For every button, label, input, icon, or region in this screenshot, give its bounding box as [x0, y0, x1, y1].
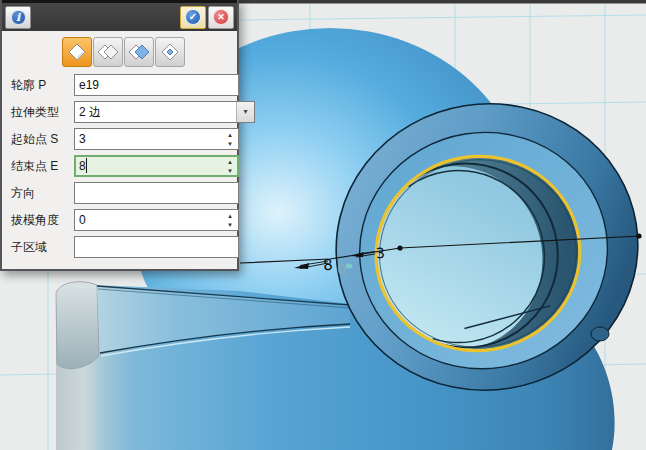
start-point-stepper[interactable]: ▴ ▾ [223, 129, 237, 149]
start-distance-label: 3 [375, 245, 385, 262]
extrude-dialog: i ✓ ✕ [0, 0, 239, 271]
boolean-toggle-row [2, 31, 237, 69]
profile-label: 轮廓 P [11, 77, 74, 94]
field-row-profile: 轮廓 P [2, 74, 237, 96]
diamond-base-icon [65, 40, 89, 64]
app-window: 8 0 3 i ✓ ✕ [0, 0, 646, 450]
end-point-input[interactable] [74, 155, 239, 177]
field-row-extrude-type: 拉伸类型 ▾ [2, 101, 237, 123]
field-row-sub-region: 子区域 [2, 236, 237, 258]
field-row-draft-angle: 拔模角度 ▴ ▾ [2, 209, 237, 231]
boolean-subtract-button[interactable] [124, 37, 154, 67]
info-icon: i [11, 10, 26, 25]
field-row-end-point: 结束点 E ▴ ▾ [2, 155, 237, 177]
info-button[interactable]: i [5, 6, 31, 29]
spinner-up-icon[interactable]: ▴ [228, 213, 232, 218]
sub-region-label: 子区域 [11, 239, 74, 256]
axis-point [636, 233, 641, 238]
sub-region-input[interactable] [74, 236, 239, 258]
boolean-intersect-button[interactable] [155, 37, 185, 67]
profile-input[interactable] [74, 74, 239, 96]
text-cursor [86, 158, 87, 173]
spinner-down-icon[interactable]: ▾ [228, 141, 232, 146]
dialog-titlebar: i ✓ ✕ [2, 0, 237, 31]
diamond-add-icon [96, 40, 120, 64]
diamond-subtract-icon [127, 40, 151, 64]
extrude-type-label: 拉伸类型 [11, 104, 74, 121]
spinner-up-icon[interactable]: ▴ [228, 159, 232, 164]
dropdown-arrow-icon[interactable]: ▾ [236, 102, 254, 122]
draft-angle-stepper[interactable]: ▴ ▾ [223, 210, 237, 230]
start-point-label: 起始点 S [11, 131, 74, 148]
field-row-start-point: 起始点 S ▴ ▾ [2, 128, 237, 150]
ok-check-icon: ✓ [185, 9, 201, 25]
spinner-down-icon[interactable]: ▾ [228, 222, 232, 227]
draft-angle-input[interactable] [74, 209, 239, 231]
origin-drag-handle[interactable] [346, 264, 353, 269]
axis-point [397, 245, 402, 250]
field-row-direction: 方向 [2, 182, 237, 204]
start-point-input[interactable] [74, 128, 239, 150]
boolean-add-button[interactable] [93, 37, 123, 67]
extrude-type-select[interactable] [74, 101, 255, 123]
draft-angle-label: 拔模角度 [11, 212, 74, 229]
diamond-intersect-icon [158, 40, 182, 64]
model-band-cap[interactable] [56, 282, 99, 369]
cancel-x-icon: ✕ [213, 9, 229, 25]
spinner-up-icon[interactable]: ▴ [228, 132, 232, 137]
spinner-down-icon[interactable]: ▾ [228, 168, 232, 173]
boolean-base-button[interactable] [62, 37, 92, 67]
end-point-stepper[interactable]: ▴ ▾ [223, 156, 237, 176]
end-point-label: 结束点 E [11, 158, 74, 175]
direction-label: 方向 [11, 185, 74, 202]
boss-lug [591, 327, 609, 341]
origin-label: 0 [337, 262, 346, 278]
direction-input[interactable] [74, 182, 239, 204]
ok-button[interactable]: ✓ [180, 6, 206, 29]
cancel-button[interactable]: ✕ [208, 6, 234, 29]
end-distance-label: 8 [322, 256, 333, 275]
